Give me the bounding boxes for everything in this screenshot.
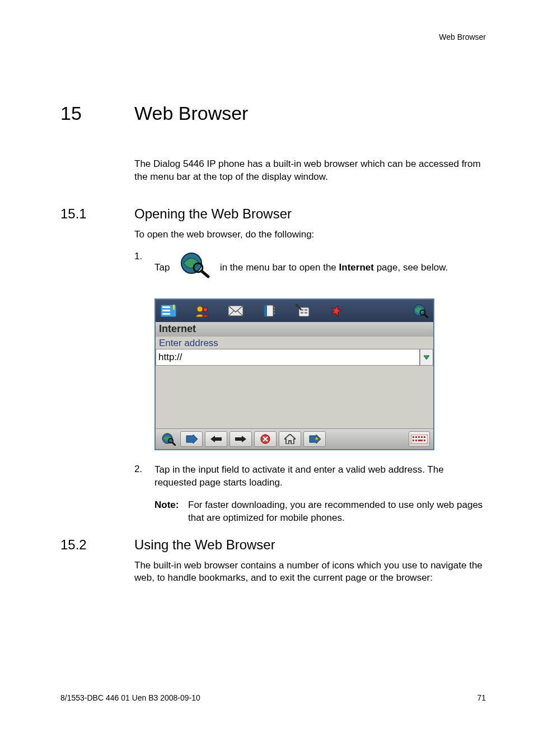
svg-marker-22 [330, 305, 343, 317]
svg-rect-6 [162, 313, 170, 315]
chapter-title: Web Browser [134, 102, 248, 124]
chapter-heading: 15 Web Browser [60, 102, 487, 124]
svg-marker-30 [186, 435, 198, 444]
forward-button[interactable] [229, 431, 252, 447]
stop-icon [260, 434, 270, 444]
svg-rect-40 [413, 436, 414, 438]
keyboard-button[interactable] [409, 431, 430, 447]
section-title: Using the Web Browser [134, 537, 275, 553]
step2-text: Tap in the input field to activate it an… [154, 464, 444, 488]
svg-marker-37 [310, 435, 321, 444]
svg-rect-5 [162, 310, 170, 311]
svg-rect-7 [173, 305, 175, 310]
step1-bold: Internet [339, 262, 377, 273]
svg-rect-18 [305, 309, 307, 311]
svg-marker-36 [284, 434, 296, 444]
enter-address-label: Enter address [156, 337, 433, 349]
screenshot-title: Internet [156, 322, 433, 337]
svg-rect-45 [413, 440, 414, 441]
step-content: Tap in the menu bar to open the Internet… [154, 251, 487, 285]
svg-rect-44 [424, 436, 425, 438]
svg-rect-4 [162, 306, 170, 308]
svg-rect-13 [274, 307, 275, 309]
add-bookmark-button[interactable] [303, 431, 326, 447]
svg-line-25 [425, 315, 428, 318]
bookmark-icon[interactable] [327, 305, 346, 317]
svg-rect-42 [418, 436, 420, 438]
svg-rect-20 [305, 312, 307, 314]
svg-rect-41 [415, 436, 417, 438]
section-number: 15.1 [60, 206, 134, 222]
back-button[interactable] [205, 431, 227, 447]
svg-rect-47 [418, 440, 423, 441]
phone-book-icon[interactable] [260, 304, 279, 318]
svg-marker-31 [210, 436, 222, 442]
address-row [156, 349, 433, 366]
go-arrow-icon [185, 435, 198, 444]
note-label: Note: [154, 499, 188, 525]
step-number: 1. [134, 251, 154, 285]
contacts-icon[interactable] [193, 305, 212, 317]
section-heading-2: 15.2 Using the Web Browser [60, 537, 487, 553]
chapter-intro: The Dialog 5446 IP phone has a built-in … [134, 158, 487, 184]
chevron-down-icon [423, 353, 430, 361]
svg-rect-39 [411, 435, 428, 444]
browser-toolbar [156, 428, 433, 449]
globe-magnifier-icon [179, 251, 210, 283]
svg-rect-43 [421, 436, 423, 438]
svg-rect-46 [415, 440, 417, 441]
svg-point-9 [203, 307, 208, 312]
svg-rect-14 [274, 310, 275, 311]
bookmark-arrow-icon [308, 435, 321, 444]
internet-icon[interactable] [411, 304, 430, 318]
step-1: 1. Tap in the menu bar to open the Inter… [134, 251, 487, 285]
footer-left: 8/1553-DBC 446 01 Uen B3 2008-09-10 [60, 693, 200, 702]
step1-suffix: page, see below. [377, 262, 448, 273]
back-arrow-icon [210, 436, 222, 442]
internet-screenshot: Internet Enter address [154, 298, 487, 450]
home-button[interactable] [279, 431, 301, 447]
svg-rect-48 [424, 440, 425, 441]
section-lead: To open the web browser, do the followin… [134, 228, 487, 241]
running-header: Web Browser [439, 32, 486, 41]
messages-icon[interactable] [226, 305, 245, 316]
svg-rect-12 [264, 305, 267, 316]
step1-mid: in the menu bar to open the [220, 262, 336, 273]
svg-rect-19 [301, 312, 303, 314]
section2-body: The built-in web browser contains a numb… [134, 559, 487, 585]
forward-arrow-icon [235, 436, 246, 442]
stop-button[interactable] [254, 431, 277, 447]
browser-globe-icon[interactable] [159, 431, 178, 447]
step-2: 2. Tap in the input field to activate it… [134, 464, 487, 489]
keyboard-icon [411, 435, 428, 444]
svg-line-2 [202, 271, 208, 277]
note: Note: For faster downloading, you are re… [154, 499, 487, 525]
svg-rect-15 [274, 312, 275, 314]
page-number: 71 [477, 693, 486, 702]
address-dropdown[interactable] [420, 349, 433, 366]
svg-point-8 [197, 306, 203, 312]
svg-marker-32 [235, 436, 246, 442]
menubar [156, 300, 433, 322]
browser-viewport [156, 366, 433, 428]
home-icon [284, 434, 296, 444]
address-input[interactable] [156, 349, 420, 366]
note-text: For faster downloading, you are recommen… [188, 499, 487, 525]
step1-prefix: Tap [154, 262, 170, 273]
svg-line-29 [172, 442, 175, 445]
go-button[interactable] [180, 431, 203, 447]
section-number: 15.2 [60, 537, 134, 553]
chapter-number: 15 [60, 102, 134, 124]
section-heading: 15.1 Opening the Web Browser [60, 206, 487, 222]
section-title: Opening the Web Browser [134, 206, 292, 222]
call-list-icon[interactable] [159, 305, 178, 317]
step-number: 2. [134, 464, 154, 489]
svg-marker-26 [424, 356, 429, 360]
settings-icon[interactable] [293, 304, 312, 318]
